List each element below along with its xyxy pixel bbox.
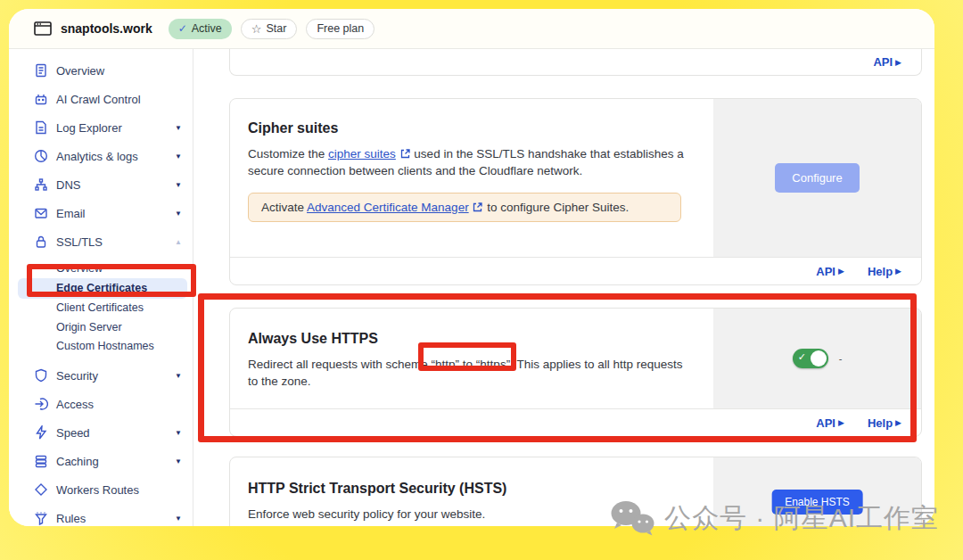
external-link-icon	[400, 149, 410, 159]
chevron-down-icon: ▼	[175, 429, 182, 437]
chevron-up-icon: ▲	[175, 238, 182, 246]
arrow-right-icon: ▶	[895, 418, 901, 427]
arrow-right-icon: ▶	[838, 418, 844, 427]
dashboard-window: snaptools.work ✓ Active ☆ Star Free plan…	[9, 9, 934, 526]
sidebar-item-ssl-tls[interactable]: SSL/TLS ▲	[9, 227, 193, 256]
acm-link[interactable]: Advanced Certificate Manager	[307, 201, 469, 214]
star-icon: ☆	[251, 22, 262, 36]
http-to-https-text: “http” to “https”.	[432, 358, 514, 371]
card-footer: API▶ Help▶	[230, 257, 921, 284]
sidebar-item-overview[interactable]: Overview	[9, 56, 193, 85]
filter-icon	[34, 511, 48, 525]
always-use-https-card: Always Use HTTPS Redirect all requests w…	[229, 308, 922, 437]
status-badge: ✓ Active	[169, 19, 232, 39]
sidebar-item-speed[interactable]: Speed ▼	[9, 418, 193, 447]
previous-setting-card-footer: API▶	[229, 49, 922, 76]
email-icon	[34, 206, 48, 220]
shield-icon	[34, 368, 48, 383]
zone-header: snaptools.work ✓ Active ☆ Star Free plan	[9, 9, 934, 49]
sidebar: Overview AI Crawl Control Log Explorer ▼…	[9, 49, 193, 526]
chevron-down-icon: ▼	[175, 124, 182, 132]
configure-button[interactable]: Configure	[775, 163, 859, 193]
arrow-right-icon: ▶	[838, 267, 844, 276]
sidebar-item-security[interactable]: Security ▼	[9, 361, 193, 390]
card-action-panel: Configure	[713, 99, 921, 257]
chevron-down-icon: ▼	[175, 152, 182, 161]
sidebar-item-log-explorer[interactable]: Log Explorer ▼	[9, 113, 193, 142]
watermark-text: 公众号 · 阿星AI工作室	[664, 500, 939, 537]
lock-icon	[34, 235, 48, 249]
sidebar-item-access[interactable]: Access	[9, 390, 193, 418]
submenu-item-edge-certificates[interactable]: Edge Certificates	[18, 278, 187, 299]
toggle-annotation-dash: -	[839, 353, 843, 364]
star-button[interactable]: ☆ Star	[241, 19, 298, 39]
access-icon	[34, 397, 48, 411]
cipher-suites-card: Cipher suites Customize the cipher suite…	[229, 98, 922, 285]
chevron-down-icon: ▼	[175, 515, 182, 523]
submenu-item-overview[interactable]: Overview	[9, 259, 193, 278]
help-link[interactable]: Help▶	[868, 416, 901, 430]
card-title: HTTP Strict Transport Security (HSTS)	[248, 481, 696, 497]
help-link[interactable]: Help▶	[868, 265, 901, 278]
acm-notice: Activate Advanced Certificate Manager to…	[248, 193, 681, 222]
workers-icon	[34, 482, 48, 497]
card-footer: API▶ Help▶	[230, 408, 921, 436]
chevron-down-icon: ▼	[175, 372, 182, 380]
card-title: Cipher suites	[248, 120, 696, 136]
analytics-icon	[34, 149, 48, 163]
chevron-down-icon: ▼	[175, 181, 182, 189]
log-icon	[34, 120, 48, 135]
dns-icon	[34, 177, 48, 192]
https-toggle[interactable]: ✓	[793, 349, 828, 368]
chevron-down-icon: ▼	[175, 210, 182, 218]
api-link[interactable]: API▶	[816, 265, 844, 278]
sidebar-item-analytics[interactable]: Analytics & logs ▼	[9, 142, 193, 170]
api-link[interactable]: API▶	[816, 416, 844, 430]
check-icon: ✓	[178, 22, 187, 35]
card-description: Redirect all requests with scheme “http”…	[248, 356, 696, 390]
main-content: API▶ Cipher suites Customize the cipher …	[193, 49, 934, 526]
sidebar-item-caching[interactable]: Caching ▼	[9, 447, 193, 475]
plan-badge: Free plan	[306, 19, 374, 39]
zone-name: snaptools.work	[61, 21, 152, 36]
sidebar-item-workers-routes[interactable]: Workers Routes	[9, 475, 193, 504]
sidebar-item-rules[interactable]: Rules ▼	[9, 504, 193, 526]
wechat-icon	[609, 499, 655, 537]
lightning-icon	[34, 425, 48, 440]
sidebar-item-dns[interactable]: DNS ▼	[9, 170, 193, 199]
card-title: Always Use HTTPS	[248, 331, 696, 347]
document-icon	[34, 63, 48, 78]
external-link-icon	[473, 202, 482, 212]
toggle-knob	[811, 350, 827, 366]
submenu-item-custom-hostnames[interactable]: Custom Hostnames	[9, 337, 193, 357]
card-description: Customize the cipher suites used in the …	[248, 145, 696, 179]
arrow-right-icon: ▶	[895, 267, 901, 276]
submenu-item-origin-server[interactable]: Origin Server	[9, 317, 193, 337]
browser-window-icon	[34, 21, 52, 36]
chevron-down-icon: ▼	[175, 457, 182, 465]
robot-icon	[34, 92, 48, 106]
api-link[interactable]: API▶	[873, 55, 901, 69]
card-action-panel: ✓ -	[713, 309, 921, 408]
check-icon: ✓	[798, 351, 806, 363]
sidebar-item-email[interactable]: Email ▼	[9, 199, 193, 227]
sidebar-item-ai-crawl-control[interactable]: AI Crawl Control	[9, 85, 193, 113]
cipher-suites-link[interactable]: cipher suites	[328, 147, 396, 161]
caching-icon	[34, 454, 48, 468]
ssl-tls-submenu: Overview Edge Certificates Client Certif…	[9, 256, 193, 361]
watermark: 公众号 · 阿星AI工作室	[609, 499, 939, 537]
arrow-right-icon: ▶	[895, 58, 901, 67]
submenu-item-client-certificates[interactable]: Client Certificates	[9, 299, 193, 318]
